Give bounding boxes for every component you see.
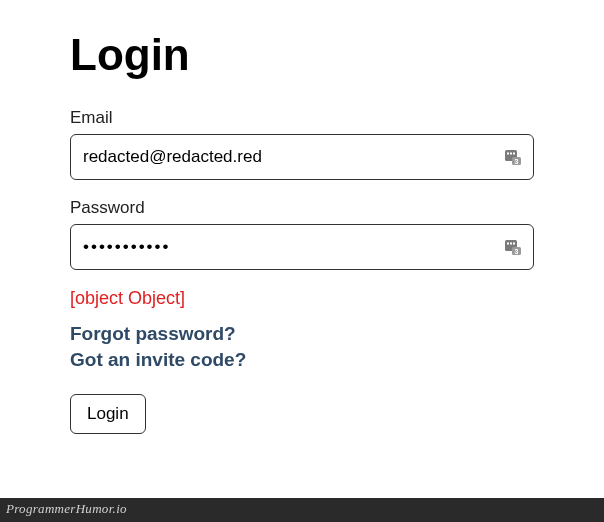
email-input[interactable] xyxy=(70,134,534,180)
svg-rect-1 xyxy=(507,153,509,155)
invite-code-link[interactable]: Got an invite code? xyxy=(70,347,534,373)
svg-rect-9 xyxy=(513,243,515,245)
watermark: ProgrammerHumor.io xyxy=(0,498,604,522)
svg-rect-7 xyxy=(507,243,509,245)
autofill-icon[interactable]: 3 xyxy=(502,236,524,258)
svg-text:3: 3 xyxy=(515,248,519,255)
email-label: Email xyxy=(70,108,534,128)
login-container: Login Email 3 Password xyxy=(0,0,604,454)
svg-rect-8 xyxy=(510,243,512,245)
password-field-group: Password 3 xyxy=(70,198,534,270)
svg-text:3: 3 xyxy=(515,158,519,165)
email-input-wrapper: 3 xyxy=(70,134,534,180)
password-input-wrapper: 3 xyxy=(70,224,534,270)
email-field-group: Email 3 xyxy=(70,108,534,180)
login-button[interactable]: Login xyxy=(70,394,146,434)
autofill-icon[interactable]: 3 xyxy=(502,146,524,168)
page-title: Login xyxy=(70,30,534,80)
forgot-password-link[interactable]: Forgot password? xyxy=(70,321,534,347)
password-label: Password xyxy=(70,198,534,218)
links-block: Forgot password? Got an invite code? xyxy=(70,321,534,372)
svg-rect-3 xyxy=(513,153,515,155)
error-message: [object Object] xyxy=(70,288,534,309)
password-input[interactable] xyxy=(70,224,534,270)
svg-rect-2 xyxy=(510,153,512,155)
